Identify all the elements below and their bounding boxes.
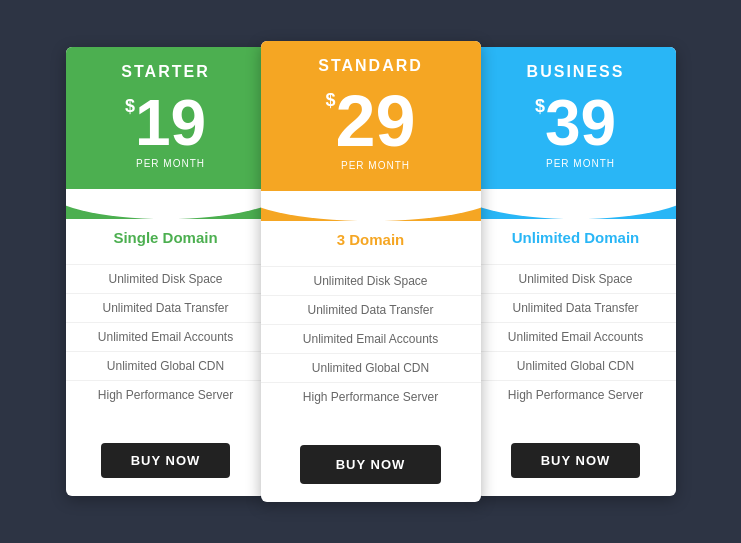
feature-item: Unlimited Disk Space: [476, 264, 676, 293]
feature-item: Unlimited Email Accounts: [476, 322, 676, 351]
plan-title-standard: STANDARD: [271, 57, 471, 75]
plan-starter: STARTER $ 19 PER MONTH Single Domain Unl…: [66, 47, 266, 496]
feature-item: High Performance Server: [261, 382, 481, 411]
plan-features-starter: Unlimited Disk SpaceUnlimited Data Trans…: [66, 264, 266, 409]
price-period-starter: PER MONTH: [136, 159, 205, 169]
price-dollar-business: $: [535, 97, 545, 115]
plan-features-business: Unlimited Disk SpaceUnlimited Data Trans…: [476, 264, 676, 409]
feature-item: Unlimited Global CDN: [476, 351, 676, 380]
price-amount-standard: 29: [335, 85, 415, 157]
plan-title-starter: STARTER: [76, 63, 256, 81]
plan-curve-starter: [66, 189, 266, 219]
plan-domain-standard: 3 Domain: [261, 231, 481, 256]
plan-curve-standard: [261, 191, 481, 221]
buy-button-starter[interactable]: BUY NOW: [101, 443, 231, 478]
price-dollar-starter: $: [125, 97, 135, 115]
plan-domain-business: Unlimited Domain: [476, 229, 676, 254]
feature-item: Unlimited Data Transfer: [261, 295, 481, 324]
feature-item: High Performance Server: [66, 380, 266, 409]
feature-item: High Performance Server: [476, 380, 676, 409]
plan-header-starter: STARTER $ 19 PER MONTH: [66, 47, 266, 189]
plan-footer-starter: BUY NOW: [66, 429, 266, 496]
plan-header-standard: STANDARD $ 29 PER MONTH: [261, 41, 481, 191]
feature-item: Unlimited Global CDN: [261, 353, 481, 382]
buy-button-business[interactable]: BUY NOW: [511, 443, 641, 478]
plan-business: BUSINESS $ 39 PER MONTH Unlimited Domain…: [476, 47, 676, 496]
pricing-table: STARTER $ 19 PER MONTH Single Domain Unl…: [66, 47, 676, 496]
plan-title-business: BUSINESS: [486, 63, 666, 81]
feature-item: Unlimited Email Accounts: [66, 322, 266, 351]
feature-item: Unlimited Disk Space: [261, 266, 481, 295]
buy-button-standard[interactable]: BUY NOW: [300, 445, 442, 484]
plan-footer-standard: BUY NOW: [261, 431, 481, 502]
plan-curve-business: [476, 189, 676, 219]
plan-header-business: BUSINESS $ 39 PER MONTH: [476, 47, 676, 189]
price-period-standard: PER MONTH: [341, 161, 410, 171]
plan-body-business: Unlimited Domain Unlimited Disk SpaceUnl…: [476, 219, 676, 429]
plan-price-business: $ 39 PER MONTH: [486, 91, 666, 169]
feature-item: Unlimited Data Transfer: [66, 293, 266, 322]
plan-standard: STANDARD $ 29 PER MONTH 3 Domain Unlimit…: [261, 41, 481, 502]
feature-item: Unlimited Data Transfer: [476, 293, 676, 322]
feature-item: Unlimited Disk Space: [66, 264, 266, 293]
price-dollar-standard: $: [325, 91, 335, 109]
plan-domain-starter: Single Domain: [66, 229, 266, 254]
plan-footer-business: BUY NOW: [476, 429, 676, 496]
price-period-business: PER MONTH: [546, 159, 615, 169]
feature-item: Unlimited Global CDN: [66, 351, 266, 380]
plan-price-starter: $ 19 PER MONTH: [76, 91, 256, 169]
feature-item: Unlimited Email Accounts: [261, 324, 481, 353]
price-amount-starter: 19: [135, 91, 206, 155]
plan-price-standard: $ 29 PER MONTH: [271, 85, 471, 171]
plan-features-standard: Unlimited Disk SpaceUnlimited Data Trans…: [261, 266, 481, 411]
plan-body-standard: 3 Domain Unlimited Disk SpaceUnlimited D…: [261, 221, 481, 431]
price-amount-business: 39: [545, 91, 616, 155]
plan-body-starter: Single Domain Unlimited Disk SpaceUnlimi…: [66, 219, 266, 429]
